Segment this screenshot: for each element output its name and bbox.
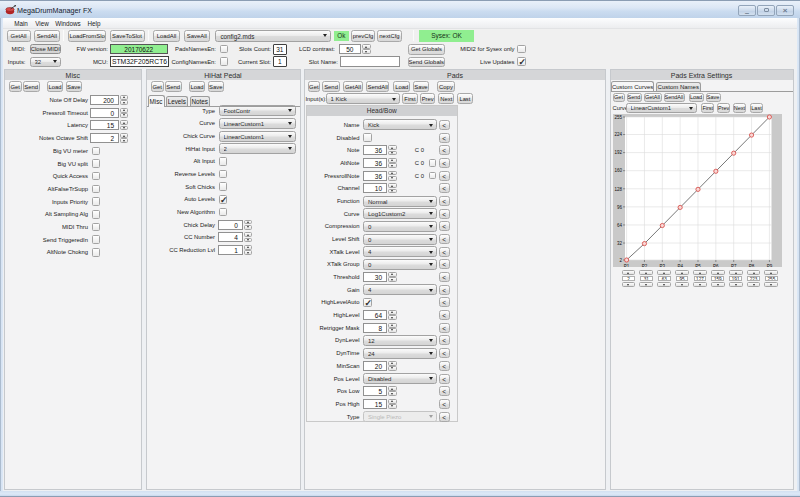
- pads-pressrollnote-spinner-up-button[interactable]: [388, 171, 397, 176]
- extra-curve-combo[interactable]: LinearCustom1: [626, 103, 697, 113]
- pads-load-button[interactable]: Load: [393, 81, 410, 92]
- pads-gain-collapse-button[interactable]: <: [439, 285, 450, 295]
- toolbar-button-loadfromslot[interactable]: LoadFromSlot: [68, 30, 106, 42]
- curve-point-p4-down-button[interactable]: [675, 282, 689, 287]
- pads-altnote-spinner-field[interactable]: 36: [363, 158, 388, 168]
- curve-point-p8-value[interactable]: 223: [747, 276, 760, 282]
- misc-pressroll-timeout-spinner-field[interactable]: 0: [90, 108, 119, 118]
- menu-item-main[interactable]: Main: [9, 18, 33, 29]
- curve-point-p5-down-button[interactable]: [693, 282, 707, 287]
- hihat-cc-reduction-lvl-spinner-down-button[interactable]: [244, 250, 252, 255]
- pads-pressrollnote-alt-checkbox[interactable]: [429, 172, 437, 180]
- misc-latency-spinner-up-button[interactable]: [120, 120, 128, 125]
- current-slot-field[interactable]: 1: [273, 56, 287, 67]
- chart-point[interactable]: [642, 242, 646, 246]
- slots-count-field[interactable]: 31: [273, 44, 287, 55]
- curve-point-p6-value[interactable]: 159: [711, 276, 724, 282]
- pads-minscan-spinner-up-button[interactable]: [388, 361, 397, 366]
- lcd-contrast-spinner-up-button[interactable]: [362, 44, 371, 49]
- hihat-chick-curve-combo[interactable]: LinearCustom1: [219, 131, 296, 142]
- pads-retrigger-mask-spinner-field[interactable]: 8: [363, 323, 388, 333]
- pads-channel-spinner-up-button[interactable]: [388, 183, 397, 188]
- curve-point-p7-value[interactable]: 191: [729, 276, 742, 282]
- pads-channel-spinner-field[interactable]: 10: [363, 183, 388, 193]
- pads-minscan-collapse-button[interactable]: <: [439, 361, 450, 371]
- extra-get-button[interactable]: Get: [613, 93, 625, 102]
- pads-dyntime-collapse-button[interactable]: <: [439, 348, 450, 358]
- extra-save-button[interactable]: Save: [706, 93, 721, 102]
- pads-xtalk-level-collapse-button[interactable]: <: [439, 247, 450, 257]
- misc-notes-octave-shift-spinner-up-button[interactable]: [120, 133, 128, 138]
- pads-get-button[interactable]: Get: [308, 81, 320, 92]
- hihat-reverse-levels-checkbox[interactable]: [219, 170, 228, 179]
- chart-point[interactable]: [714, 169, 718, 173]
- pads-channel-spinner-down-button[interactable]: [388, 189, 397, 194]
- pads-level-shift-combo[interactable]: 0: [363, 234, 437, 245]
- prevcfg-button[interactable]: prevCfg: [351, 30, 375, 42]
- pads-nav-prev-button[interactable]: Prev: [420, 93, 436, 104]
- pads-disabled-checkbox[interactable]: [363, 133, 372, 142]
- pads-retrigger-mask-collapse-button[interactable]: <: [439, 323, 450, 333]
- pads-pos-high-spinner-field[interactable]: 15: [363, 399, 388, 409]
- pads-name-combo[interactable]: Kick: [363, 119, 437, 130]
- hihat-chick-delay-spinner-field[interactable]: 0: [218, 220, 243, 230]
- hihat-cc-reduction-lvl-spinner-field[interactable]: 1: [218, 245, 243, 255]
- curve-point-p9-down-button[interactable]: [764, 282, 778, 287]
- pads-name-collapse-button[interactable]: <: [439, 120, 450, 130]
- misc-send-button[interactable]: Send: [23, 81, 40, 92]
- toolbar-button-saveall[interactable]: SaveAll: [184, 30, 211, 42]
- hihat-cc-number-spinner-up-button[interactable]: [244, 232, 252, 237]
- pads-xtalk-level-combo[interactable]: 4: [363, 246, 437, 257]
- pads-level-shift-collapse-button[interactable]: <: [439, 234, 450, 244]
- pads-curve-collapse-button[interactable]: <: [439, 209, 450, 219]
- misc-quick-access-checkbox[interactable]: [92, 172, 101, 181]
- curve-point-p2-down-button[interactable]: [639, 282, 653, 287]
- pads-highlevel-spinner-up-button[interactable]: [388, 310, 397, 315]
- pads-pressrollnote-collapse-button[interactable]: <: [439, 171, 450, 181]
- inputs-combo[interactable]: 32: [30, 57, 62, 67]
- misc-send-triggeredin-checkbox[interactable]: [92, 235, 101, 244]
- pads-highlevelauto-collapse-button[interactable]: <: [439, 297, 450, 307]
- curve-point-p4-up-button[interactable]: [675, 270, 689, 275]
- pads-minscan-spinner-field[interactable]: 20: [363, 361, 388, 371]
- hihat-tab-notes[interactable]: Notes: [190, 96, 211, 107]
- extra-getall-button[interactable]: GetAll: [644, 93, 662, 102]
- menu-item-windows[interactable]: Windows: [52, 18, 84, 29]
- hihat-hihat-input-combo[interactable]: 2: [219, 143, 296, 154]
- curve-point-p3-up-button[interactable]: [657, 270, 671, 275]
- pads-pressrollnote-spinner-field[interactable]: 36: [363, 171, 388, 181]
- pads-dynlevel-combo[interactable]: 12: [363, 335, 437, 346]
- misc-note-off-delay-spinner-down-button[interactable]: [120, 100, 128, 105]
- misc-get-button[interactable]: Get: [9, 81, 22, 92]
- lcd-contrast-spinner-field[interactable]: 50: [339, 44, 361, 54]
- misc-note-off-delay-spinner-up-button[interactable]: [120, 95, 128, 100]
- padsnamesen-checkbox[interactable]: [220, 45, 229, 54]
- curve-point-p4-value[interactable]: 95: [676, 276, 689, 282]
- curve-point-p2-value[interactable]: 31: [640, 276, 653, 282]
- pads-function-combo[interactable]: Normal: [363, 196, 437, 207]
- toolbar-button-loadall[interactable]: LoadAll: [153, 30, 180, 42]
- maximize-button[interactable]: [757, 5, 775, 16]
- pads-pos-level-collapse-button[interactable]: <: [439, 374, 450, 384]
- curve-point-p3-value[interactable]: 63: [658, 276, 671, 282]
- pads-note-collapse-button[interactable]: <: [439, 145, 450, 155]
- pads-compression-collapse-button[interactable]: <: [439, 221, 450, 231]
- pads-threshold-spinner-field[interactable]: 30: [363, 272, 388, 282]
- toolbar-button-savetoslot[interactable]: SaveToSlot: [110, 30, 145, 42]
- hihat-chick-delay-spinner-down-button[interactable]: [244, 225, 252, 230]
- pads-nav-first-button[interactable]: First: [402, 93, 418, 104]
- pads-disabled-collapse-button[interactable]: <: [439, 133, 450, 143]
- misc-pressroll-timeout-spinner-down-button[interactable]: [120, 113, 128, 118]
- hihat-chick-delay-spinner-up-button[interactable]: [244, 220, 252, 225]
- close-button[interactable]: ×: [776, 5, 794, 16]
- pads-sendall-button[interactable]: SendAll: [366, 81, 389, 92]
- custom-curve-chart[interactable]: 2552241921601289664322P1P2P3P4P5P6P7P8P9: [613, 114, 782, 267]
- hihat-save-button[interactable]: Save: [208, 81, 224, 92]
- curve-point-p9-value[interactable]: 255: [765, 276, 778, 282]
- pads-note-spinner-down-button[interactable]: [388, 151, 397, 156]
- hihat-cc-number-spinner-field[interactable]: 4: [218, 232, 243, 242]
- fw-version-field[interactable]: 20170622: [110, 44, 168, 54]
- curve-point-p3-down-button[interactable]: [657, 282, 671, 287]
- chart-point[interactable]: [660, 223, 664, 227]
- chart-point[interactable]: [749, 133, 753, 137]
